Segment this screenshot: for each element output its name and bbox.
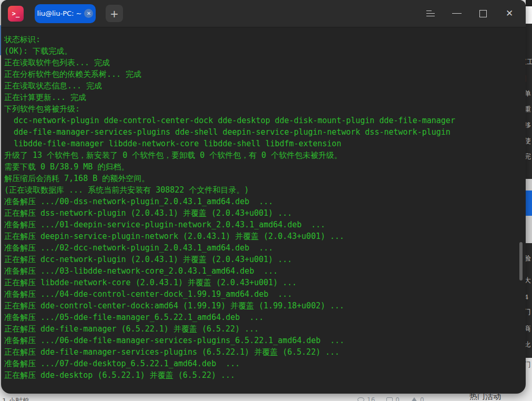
terminal-line: 正在解压 dde-control-center-dock:amd64 (1.99… [4,300,523,312]
minimize-icon [452,13,462,14]
behind-right-fragment: 验 [526,255,532,262]
terminal-line: 正在解压 dss-network-plugin (2.0.43.1) 并覆盖 (… [4,207,523,219]
terminal-tab[interactable]: liu@liu-PC: ~ ✕ [35,4,96,23]
behind-right-dark-top [526,0,532,6]
minimize-button[interactable] [448,5,466,23]
terminal-app-icon: >_ [8,6,24,22]
behind-right-fragment: 大 [526,277,532,284]
terminal-line: 准备解压 .../01-deepin-service-plugin-networ… [4,219,523,230]
likes-count: 0 [420,396,424,401]
comments-stat: 0 [386,396,400,401]
behind-right-white-band [526,6,532,24]
new-tab-button[interactable]: + [106,5,123,22]
behind-right-dark-panel: (工|单重移使完 [526,24,532,179]
views-stat: 16 [357,396,375,401]
behind-right-fragment: (工 [526,58,532,65]
desktop-stage: (工|单重移使完 验大4门商比 门 1 小时前 16 0 0 [0,0,532,401]
terminal-line: 准备解压 .../07-dde-desktop_6.5.22.1_amd64.d… [4,358,523,369]
terminal-output[interactable]: 状态标识:(OK): 下载完成。正在读取软件包列表... 完成正在分析软件包的依… [1,27,526,381]
terminal-line: 正在解压 libdde-network-core (2.0.43.1) 并覆盖 … [4,277,523,288]
behind-right-light-band [526,179,532,191]
menu-button[interactable] [422,5,439,23]
behind-right-fragment: 门 [526,308,532,315]
terminal-line: 正在解压 deepin-service-plugin-network (2.0.… [4,230,523,242]
terminal-line: 准备解压 .../00-dss-network-plugin_2.0.43.1_… [4,196,523,207]
behind-right-fragment: 4 [526,294,532,300]
terminal-line: 准备解压 .../05-dde-file-manager_6.5.22.1_am… [4,312,523,323]
terminal-tab-label: liu@liu-PC: ~ [37,9,82,17]
close-icon: ✕ [506,9,513,18]
terminal-line: (OK): 下载完成。 [4,45,523,57]
behind-right-fragment: 商 [526,325,532,332]
behind-right-fragment: 移 [526,122,532,128]
views-count: 16 [367,396,375,401]
terminal-line: 解压缩后会消耗 7,168 B 的额外空间。 [4,173,523,184]
terminal-line: 准备解压 .../06-dde-file-manager-services-pl… [4,335,523,346]
behind-right-fragment: 重 [526,106,532,113]
terminal-line: 需要下载 0 B/38.9 MB 的归档。 [4,161,523,173]
terminal-line: 状态标识: [4,34,523,45]
behind-post-stats: 16 0 0 [357,396,424,401]
terminal-line: 准备解压 .../04-dde-control-center-dock_1.99… [4,288,523,300]
terminal-line: 正在解压 dde-file-manager-services-plugins (… [4,346,523,358]
behind-right-light-band-2 [526,216,532,243]
terminal-line: dcc-network-plugin dde-control-center-do… [4,115,523,126]
terminal-line: 下列软件包将被升级: [4,103,523,115]
terminal-line: libdde-file-manager libdde-network-core … [4,138,523,149]
terminal-line: 正在读取状态信息... 完成 [4,80,523,92]
behind-right-fragment: 比 [526,341,532,348]
terminal-line: (正在读取数据库 ... 系统当前共安装有 308822 个文件和目录。) [4,184,523,196]
behind-right-fragment: 完 [526,153,532,160]
behind-right-fragment: 门 [526,361,532,368]
maximize-button[interactable] [474,5,492,23]
terminal-line: 升级了 13 个软件包，新安装了 0 个软件包，要卸载 0 个软件包，有 0 个… [4,149,523,161]
maximize-icon [479,10,487,17]
close-button[interactable]: ✕ [500,5,518,23]
views-eye-icon [357,397,364,401]
like-icon [411,397,417,401]
terminal-line: 正在解压 dcc-network-plugin (2.0.43.1) 并覆盖 (… [4,254,523,265]
terminal-line: 正在解压 dde-file-manager (6.5.22.1) 并覆盖 (6.… [4,323,523,335]
behind-right-fragment: | [526,75,532,82]
behind-right-fragment: 单 [526,90,532,97]
terminal-scrollbar-thumb[interactable] [519,242,523,280]
behind-right-dark-panel-2: 验大4门商比 [526,243,532,358]
behind-right-selected-item [526,191,532,216]
terminal-line: 正在计算更新... 完成 [4,92,523,103]
terminal-line: 准备解压 .../02-dcc-network-plugin_2.0.43.1_… [4,242,523,254]
hamburger-menu-icon [426,11,435,16]
comments-count: 0 [395,396,400,401]
terminal-line: 正在分析软件包的依赖关系树... 完成 [4,68,523,80]
tab-close-icon[interactable]: ✕ [84,9,93,18]
behind-window-bottom-strip: 1 小时前 16 0 0 热门活动 [0,394,532,401]
behind-window-right-sliver: (工|单重移使完 验大4门商比 门 [526,0,532,401]
terminal-line: 正在读取软件包列表... 完成 [4,57,523,68]
terminal-titlebar[interactable]: >_ liu@liu-PC: ~ ✕ + ✕ [1,0,526,27]
terminal-window: >_ liu@liu-PC: ~ ✕ + ✕ 状态标识:(OK) [1,0,526,394]
comment-icon [386,397,393,401]
terminal-line: 正在解压 dde-desktop (6.5.22.1) 并覆盖 (6.5.22)… [4,369,523,381]
likes-stat: 0 [411,396,424,401]
terminal-line: 准备解压 .../03-libdde-network-core_2.0.43.1… [4,265,523,277]
behind-timestamp-text: 1 小时前 [2,396,29,401]
terminal-line: dde-file-manager-services-plugins dde-sh… [4,126,523,138]
behind-right-fragment: 使 [526,137,532,144]
